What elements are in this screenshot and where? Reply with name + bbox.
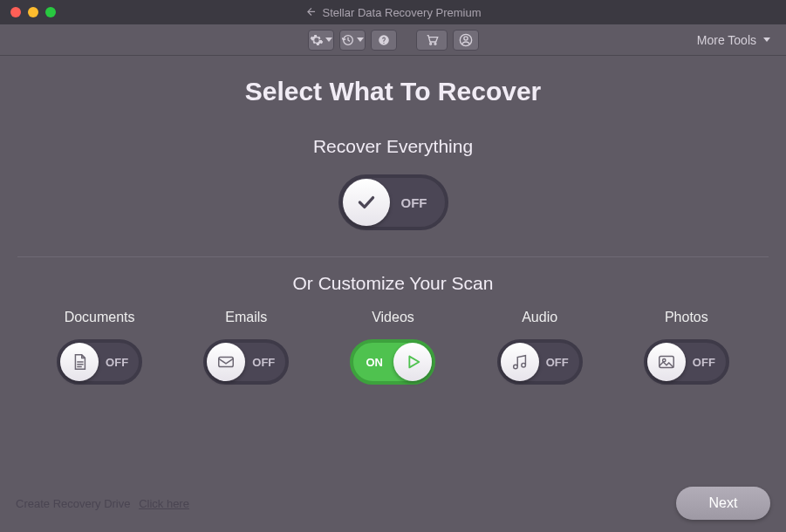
recover-everything-heading: Recover Everything	[17, 136, 769, 157]
document-icon	[70, 352, 89, 372]
toolbar: More Tools	[0, 24, 786, 56]
toggle-knob	[501, 343, 539, 381]
toggle-state-label: OFF	[401, 195, 427, 210]
emails-toggle[interactable]: OFF	[203, 339, 289, 385]
toggle-state-label: ON	[366, 356, 383, 369]
account-button[interactable]	[453, 30, 479, 51]
category-audio: Audio OFF	[497, 310, 583, 385]
category-row: Documents OFF Emails OFF Videos ON	[17, 310, 769, 385]
more-tools-label: More Tools	[697, 33, 756, 47]
create-recovery-drive-link[interactable]: Click here	[139, 497, 189, 510]
toggle-knob	[647, 343, 686, 381]
toggle-state-label: OFF	[693, 356, 715, 369]
music-icon	[510, 352, 530, 372]
toggle-knob	[343, 179, 390, 226]
gear-icon	[310, 33, 324, 47]
category-documents: Documents OFF	[57, 310, 142, 385]
category-label: Documents	[65, 310, 135, 325]
photos-toggle[interactable]: OFF	[644, 339, 729, 385]
category-emails: Emails OFF	[203, 310, 289, 385]
back-arrow-icon	[304, 6, 317, 18]
main-panel: Select What To Recover Recover Everythin…	[0, 56, 786, 385]
audio-toggle[interactable]: OFF	[497, 339, 583, 385]
category-photos: Photos OFF	[644, 310, 729, 385]
customize-heading: Or Customize Your Scan	[17, 273, 769, 294]
toggle-knob	[60, 343, 99, 381]
section-divider	[17, 256, 769, 257]
image-icon	[657, 352, 676, 372]
check-icon	[355, 191, 378, 214]
videos-toggle[interactable]: ON	[350, 339, 435, 385]
window-title: Stellar Data Recovery Premium	[304, 6, 481, 19]
category-label: Videos	[372, 310, 414, 325]
chevron-down-icon	[763, 38, 770, 42]
more-tools-menu[interactable]: More Tools	[697, 24, 770, 55]
window-titlebar: Stellar Data Recovery Premium	[0, 0, 786, 24]
minimize-window-button[interactable]	[28, 7, 38, 17]
window-controls	[0, 7, 56, 17]
category-videos: Videos ON	[350, 310, 435, 385]
chevron-down-icon	[325, 38, 332, 42]
help-button[interactable]	[371, 30, 397, 51]
play-icon	[403, 352, 422, 372]
category-label: Photos	[665, 310, 708, 325]
category-label: Emails	[225, 310, 267, 325]
toggle-state-label: OFF	[252, 356, 275, 369]
history-icon	[341, 33, 355, 47]
chevron-down-icon	[357, 38, 364, 42]
toggle-state-label: OFF	[106, 356, 128, 369]
toggle-state-label: OFF	[546, 356, 569, 369]
history-button[interactable]	[339, 30, 366, 51]
toggle-knob	[393, 343, 432, 381]
recover-everything-toggle[interactable]: OFF	[338, 174, 448, 230]
close-window-button[interactable]	[10, 7, 21, 17]
settings-button[interactable]	[308, 30, 334, 51]
page-title: Select What To Recover	[17, 77, 769, 106]
next-button-label: Next	[709, 495, 738, 511]
svg-point-1	[463, 36, 467, 39]
user-icon	[459, 33, 473, 47]
next-button[interactable]: Next	[676, 487, 770, 520]
zoom-window-button[interactable]	[45, 7, 56, 17]
question-icon	[378, 34, 390, 46]
documents-toggle[interactable]: OFF	[57, 339, 142, 385]
toggle-knob	[207, 343, 245, 381]
footer-left: Create Recovery Drive Click here	[16, 497, 189, 510]
envelope-icon	[215, 352, 236, 372]
create-recovery-drive-label: Create Recovery Drive	[16, 497, 131, 510]
category-label: Audio	[522, 310, 557, 325]
window-title-text: Stellar Data Recovery Premium	[322, 6, 481, 19]
footer: Create Recovery Drive Click here Next	[16, 487, 770, 520]
toolbar-group	[308, 30, 479, 51]
svg-rect-2	[219, 358, 234, 367]
cart-icon	[424, 33, 440, 47]
cart-button[interactable]	[416, 30, 448, 51]
